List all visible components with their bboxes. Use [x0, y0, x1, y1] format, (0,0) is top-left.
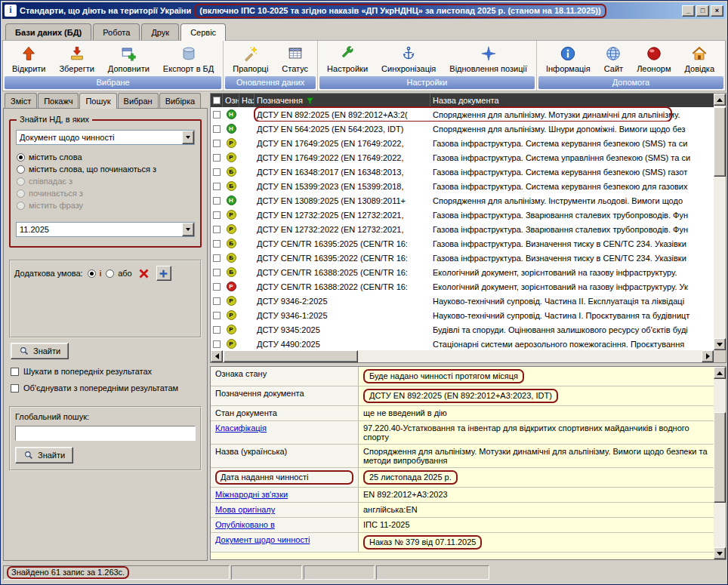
settings-button[interactable]: Настройки	[321, 42, 374, 75]
search-mode-radio[interactable]: містить слова	[17, 152, 194, 162]
minimize-button[interactable]: _	[682, 5, 695, 17]
sync-button[interactable]: Синхронізація	[375, 42, 442, 75]
table-row[interactable]: РДСТУ EN 17649:2025 (EN 17649:2022,Газов…	[211, 136, 714, 150]
scroll-down-button[interactable]	[714, 338, 726, 350]
table-row[interactable]: БДСТУ EN 15399:2023 (EN 15399:2018,Газов…	[211, 179, 714, 193]
row-status-icon: Р	[223, 138, 239, 148]
row-select-checkbox[interactable]	[211, 197, 223, 205]
tab-index[interactable]: Покажч	[38, 93, 79, 108]
table-row[interactable]: РДСТУ 9346-1:2025Науково-технічний супро…	[211, 308, 714, 322]
tab-selected[interactable]: Вибран	[118, 93, 159, 108]
row-select-checkbox[interactable]	[211, 254, 223, 262]
table-row[interactable]: БДСТУ CEN/TR 16388:2025 (CEN/TR 16:Еколо…	[211, 265, 714, 279]
column-header-name[interactable]: Назва документа	[430, 94, 714, 107]
open-button[interactable]: Відкрити	[6, 42, 51, 75]
row-select-checkbox[interactable]	[211, 183, 223, 190]
detail-label-link[interactable]: Документ щодо чинності	[215, 535, 310, 544]
row-select-checkbox[interactable]	[211, 111, 223, 119]
flags-button[interactable]: Прапорці	[227, 42, 274, 75]
scroll-thumb[interactable]	[714, 107, 726, 177]
close-button[interactable]: ×	[711, 5, 723, 17]
save-button[interactable]: Зберегти	[53, 42, 100, 75]
table-row[interactable]: БДСТУ CEN/TR 16395:2025 (CEN/TR 16:Газов…	[211, 236, 714, 251]
search-field-combobox[interactable]: Документ щодо чинності	[16, 130, 195, 145]
row-select-checkbox[interactable]	[211, 340, 223, 348]
row-select-checkbox[interactable]	[211, 240, 223, 248]
search-option-checkbox[interactable]: Шукати в попередніх результатах	[9, 367, 202, 376]
remove-condition-button[interactable]	[137, 266, 152, 281]
search-mode-radio[interactable]: містить слова, що починаються з	[17, 165, 194, 174]
leonorm-button[interactable]: Леонорм	[631, 42, 677, 75]
combo-dropdown-button[interactable]	[182, 131, 194, 144]
column-header-designation[interactable]: Позначення	[254, 94, 430, 107]
table-row[interactable]: НДСТУ EN 564:2025 (EN 564:2023, IDT)Спор…	[211, 122, 714, 136]
results-vertical-scrollbar[interactable]	[714, 94, 726, 350]
table-row[interactable]: БДСТУ CEN/TR 16395:2022 (CEN/TR 16:Газов…	[211, 251, 714, 265]
scroll-left-button[interactable]	[211, 350, 223, 362]
maximize-button[interactable]: □	[696, 5, 709, 17]
detail-label-link[interactable]: Мова оригіналу	[215, 505, 275, 514]
table-row[interactable]: НДСТУ EN 892:2025 (EN 892:2012+А3:2(Спор…	[211, 107, 714, 122]
condition-or-radio[interactable]: або	[106, 269, 132, 278]
restore-position-button[interactable]: Відновлення позиції	[443, 42, 533, 75]
detail-label-link[interactable]: Класифікація	[215, 423, 267, 433]
row-status-icon: Б	[223, 181, 239, 191]
table-row[interactable]: БДСТУ EN 16348:2017 (EN 16348:2013,Газов…	[211, 165, 714, 179]
row-select-checkbox[interactable]	[211, 168, 223, 176]
condition-and-radio[interactable]: і	[88, 269, 101, 278]
row-select-checkbox[interactable]	[211, 269, 223, 276]
table-row[interactable]: РДСТУ 9346-2:2025Науково-технічний супро…	[211, 294, 714, 308]
tab-contents[interactable]: Зміст	[5, 93, 37, 108]
find-button[interactable]: Знайти	[11, 343, 69, 359]
append-button[interactable]: Доповнити	[102, 42, 156, 75]
table-row[interactable]: РДСТУ 9345:2025Будівлі та споруди. Оціню…	[211, 322, 714, 337]
scroll-down-button[interactable]	[714, 547, 726, 559]
tab-work[interactable]: Робота	[93, 23, 140, 40]
site-button[interactable]: Сайт	[598, 42, 629, 75]
detail-label-link[interactable]: Міжнародні зв'язки	[215, 490, 288, 499]
scroll-up-button[interactable]	[714, 94, 726, 106]
scroll-up-button[interactable]	[714, 367, 726, 379]
row-select-checkbox[interactable]	[211, 326, 223, 334]
details-rows: Ознака стануБуде надано чинності протяго…	[211, 367, 714, 553]
tab-databases[interactable]: Бази даних (БД)	[5, 23, 91, 40]
results-horizontal-scrollbar[interactable]	[211, 350, 714, 362]
row-select-checkbox[interactable]	[211, 283, 223, 291]
tab-search[interactable]: Пошук	[79, 93, 116, 109]
select-all-checkbox[interactable]	[211, 94, 223, 107]
scroll-right-button[interactable]	[702, 350, 714, 362]
tab-service[interactable]: Сервіс	[180, 23, 226, 41]
filter-funnel-icon	[306, 97, 314, 105]
details-vertical-scrollbar[interactable]	[714, 367, 726, 559]
status-button[interactable]: Статус	[276, 42, 314, 75]
table-row[interactable]: НДСТУ EN 13089:2025 (EN 13089:2011+Споря…	[211, 193, 714, 208]
detail-label-link[interactable]: Опубліковано в	[215, 520, 275, 529]
row-select-checkbox[interactable]	[211, 312, 223, 319]
search-option-checkbox[interactable]: Об'єднувати з попередніми результатам	[9, 383, 202, 393]
row-select-checkbox[interactable]	[211, 125, 223, 133]
period-combobox[interactable]: 11.2025	[16, 222, 195, 237]
table-row[interactable]: РДСТУ EN 12732:2025 (EN 12732:2021,Газов…	[211, 208, 714, 222]
row-select-checkbox[interactable]	[211, 297, 223, 305]
row-select-checkbox[interactable]	[211, 140, 223, 147]
global-find-button[interactable]: Знайти	[15, 447, 73, 463]
column-header-status[interactable]: Озн	[223, 94, 239, 107]
information-button[interactable]: Інформація	[540, 42, 597, 75]
row-select-checkbox[interactable]	[211, 154, 223, 162]
table-row[interactable]: РДСТУ EN 17649:2022 (EN 17649:2022,Газов…	[211, 150, 714, 165]
global-search-input[interactable]	[15, 426, 196, 441]
table-row[interactable]: РДСТУ 4490:2025Стаціонарні системи аероз…	[211, 337, 714, 351]
combo-dropdown-button[interactable]	[182, 223, 194, 236]
help-button[interactable]: Довідка	[678, 42, 720, 75]
column-header-naz[interactable]: Наз	[239, 94, 254, 107]
table-row[interactable]: РДСТУ EN 12732:2022 (EN 12732:2021,Газов…	[211, 222, 714, 236]
scroll-thumb[interactable]	[224, 350, 358, 362]
row-select-checkbox[interactable]	[211, 211, 223, 219]
export-db-button[interactable]: Експорт в БД	[157, 42, 220, 75]
scroll-thumb[interactable]	[714, 412, 726, 503]
table-row[interactable]: РДСТУ CEN/TR 16388:2022 (CEN/TR 16:Еколо…	[211, 279, 714, 294]
add-condition-button[interactable]	[156, 266, 171, 281]
tab-selection[interactable]: Вибірка	[159, 93, 202, 108]
row-select-checkbox[interactable]	[211, 226, 223, 233]
tab-print[interactable]: Друк	[141, 23, 179, 40]
